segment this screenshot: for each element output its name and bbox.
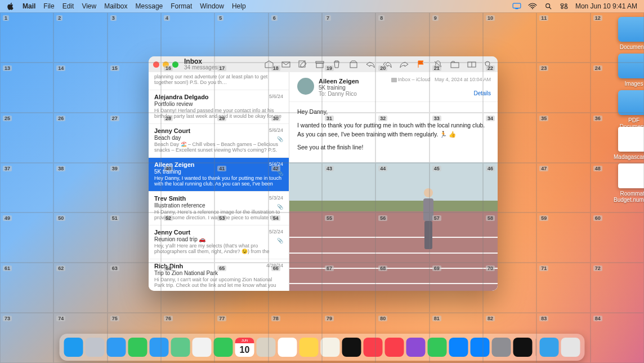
- detail-meta: Inbox – iCloud May 4, 2024 at 10:04 AM: [391, 77, 491, 82]
- menu-view[interactable]: View: [82, 2, 96, 10]
- details-link[interactable]: Details: [473, 90, 491, 96]
- desktop-icon-documents[interactable]: Documents: [614, 17, 644, 50]
- dock-app-tv[interactable]: [342, 338, 361, 357]
- reply-icon[interactable]: [366, 60, 375, 68]
- mute-icon[interactable]: [433, 60, 442, 68]
- tag-icon[interactable]: [467, 60, 476, 68]
- msg-subject: Beach day: [154, 135, 283, 141]
- sender-avatar[interactable]: [297, 78, 314, 95]
- dock-app-app-store[interactable]: [471, 338, 490, 357]
- reply-all-icon[interactable]: [383, 60, 392, 68]
- menubar-clock[interactable]: Mon Jun 10 9:41 AM: [575, 2, 637, 10]
- msg-date: 5/3/24: [269, 195, 283, 201]
- junk-icon[interactable]: [349, 60, 358, 68]
- menu-window[interactable]: Window: [200, 2, 224, 10]
- message-list[interactable]: planning our next adventure (or at least…: [149, 72, 289, 291]
- message-attachment-image[interactable]: [289, 162, 498, 291]
- dock-trash[interactable]: [561, 338, 580, 357]
- dock-app-launchpad[interactable]: [86, 338, 105, 357]
- message-detail-pane: Aileen Zeigen 5K training To: Danny Rico…: [289, 72, 498, 291]
- attachment-icon: 📎: [277, 238, 283, 244]
- menu-file[interactable]: File: [43, 2, 54, 10]
- dock-app-messages[interactable]: [128, 338, 147, 357]
- dock-app-safari[interactable]: [107, 338, 126, 357]
- dock-app-mail[interactable]: [150, 338, 169, 357]
- desktop-icon-pdf-documents[interactable]: PDF Documents: [614, 90, 644, 130]
- dock-app-photos[interactable]: [193, 338, 212, 357]
- flag-icon[interactable]: [417, 60, 426, 68]
- menu-edit[interactable]: Edit: [62, 2, 74, 10]
- dock-app-music[interactable]: [364, 338, 383, 357]
- wifi-icon[interactable]: [528, 3, 537, 10]
- msg-preview: Hi Danny! Herland passed me your contact…: [154, 108, 283, 119]
- dock-app-contacts[interactable]: [257, 338, 276, 357]
- mail-window: Inbox 34 messages planning our next adve…: [149, 56, 498, 291]
- screen-mirroring-icon[interactable]: [512, 3, 521, 10]
- svg-rect-13: [350, 63, 357, 68]
- dock-app-reminders[interactable]: [278, 338, 297, 357]
- dock-downloads[interactable]: [540, 338, 559, 357]
- spotlight-icon[interactable]: [544, 3, 553, 10]
- message-item[interactable]: Aileen Zeigen5/4/245K trainingHey Danny,…: [149, 158, 289, 192]
- message-item[interactable]: Jenny Court5/2/24Reunion road trip 🚗Hey,…: [149, 225, 289, 259]
- desktop-icon-roommate-budget-numbers[interactable]: Roommate Budget.numbers: [614, 163, 644, 203]
- trash-icon[interactable]: [332, 60, 341, 68]
- message-item[interactable]: planning our next adventure (or at least…: [149, 72, 289, 90]
- dock-app-system-settings[interactable]: [492, 338, 511, 357]
- control-center-icon[interactable]: [560, 3, 569, 10]
- dock-app-facetime[interactable]: [214, 338, 233, 357]
- forward-icon[interactable]: [400, 60, 409, 68]
- dock-app-keynote[interactable]: [449, 338, 468, 357]
- msg-from: Trev Smith: [154, 195, 283, 202]
- envelope-open-icon[interactable]: [265, 60, 274, 68]
- dock-app-news[interactable]: [385, 338, 404, 357]
- msg-from: Jenny Court: [154, 127, 283, 134]
- svg-line-4: [549, 7, 551, 9]
- desktop-icon-images[interactable]: Images: [614, 54, 644, 87]
- dock-app-numbers[interactable]: [428, 338, 447, 357]
- window-controls: [153, 61, 178, 68]
- minimize-button[interactable]: [163, 61, 169, 68]
- message-item[interactable]: Rich Dinh4/28/24Trip to Zion National Pa…: [149, 259, 289, 291]
- dock-app-calendar[interactable]: JUN10: [235, 338, 254, 357]
- svg-line-18: [489, 65, 492, 68]
- dock-app-maps[interactable]: [171, 338, 190, 357]
- close-button[interactable]: [153, 61, 159, 68]
- msg-preview: Hey, y'all! Here are my selects (that's …: [154, 243, 283, 254]
- move-icon[interactable]: [450, 60, 459, 68]
- icon-label: Documents: [614, 44, 644, 50]
- msg-preview: Hi Danny, Here's a reference image for t…: [154, 209, 283, 220]
- icon-thumb: [618, 90, 644, 115]
- archive-icon[interactable]: [315, 60, 324, 68]
- menu-message[interactable]: Message: [136, 2, 163, 10]
- compose-icon[interactable]: [298, 60, 307, 68]
- zoom-button[interactable]: [172, 61, 178, 68]
- msg-preview: Hi Danny, I can't wait for our upcoming …: [154, 277, 283, 288]
- msg-subject: Reunion road trip 🚗: [154, 236, 283, 242]
- msg-preview: Hey Danny, I wanted to thank you for put…: [154, 175, 283, 187]
- menu-mailbox[interactable]: Mailbox: [104, 2, 127, 10]
- apple-menu-icon[interactable]: [7, 2, 15, 10]
- search-icon[interactable]: [484, 60, 493, 68]
- mailbox-subtitle: 34 messages: [184, 65, 217, 70]
- dock-app-freeform[interactable]: [321, 338, 340, 357]
- dock-app-finder[interactable]: [64, 338, 83, 357]
- menu-format[interactable]: Format: [171, 2, 192, 10]
- dock-app-podcasts[interactable]: [406, 338, 426, 357]
- icon-label: Madagascar.key: [614, 154, 644, 160]
- desktop-icon-madagascar-key[interactable]: Madagascar.key: [614, 127, 644, 160]
- message-item[interactable]: Alejandra Delgado5/6/24Portfolio reviewH…: [149, 90, 289, 124]
- msg-preview: Beach Day 🏖️ – Chill vibes – Beach games…: [154, 141, 283, 153]
- menubar-app-name[interactable]: Mail: [23, 2, 35, 10]
- msg-subject: Portfolio review: [154, 101, 283, 107]
- dock-app-iphone-mirroring[interactable]: [513, 338, 533, 357]
- menu-help[interactable]: Help: [232, 2, 246, 10]
- runner-figure: [414, 188, 442, 262]
- folder-icon: [391, 78, 397, 82]
- message-item[interactable]: Jenny Court5/6/24Beach dayBeach Day 🏖️ –…: [149, 124, 289, 158]
- dock-app-notes[interactable]: [299, 338, 319, 357]
- message-item[interactable]: Trev Smith5/3/24Illustration referenceHi…: [149, 192, 289, 225]
- envelope-icon[interactable]: [281, 60, 290, 68]
- mail-titlebar[interactable]: Inbox 34 messages: [149, 56, 498, 72]
- msg-from: Aileen Zeigen: [154, 161, 283, 168]
